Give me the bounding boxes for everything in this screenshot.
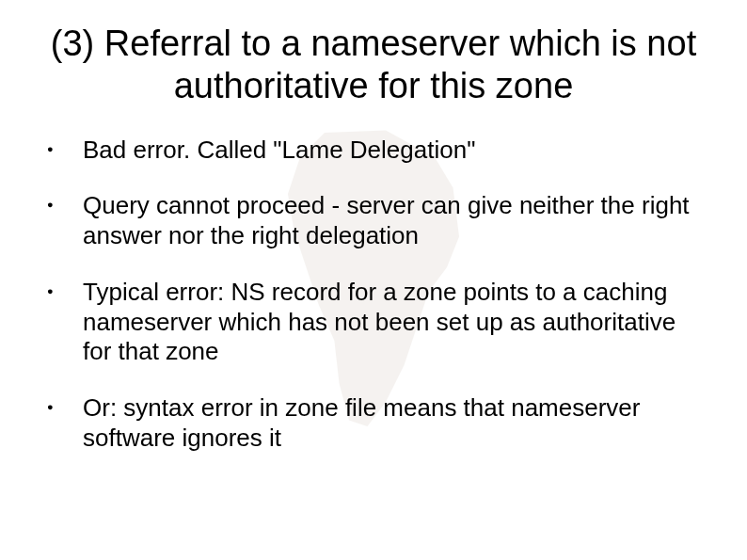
bullet-item: Bad error. Called "Lame Delegation" <box>47 136 709 166</box>
bullet-item: Typical error: NS record for a zone poin… <box>47 278 709 367</box>
slide-title: (3) Referral to a nameserver which is no… <box>38 23 709 107</box>
bullet-item: Query cannot proceed - server can give n… <box>47 191 709 250</box>
bullet-item: Or: syntax error in zone file means that… <box>47 393 709 453</box>
bullet-list: Bad error. Called "Lame Delegation" Quer… <box>38 136 709 454</box>
